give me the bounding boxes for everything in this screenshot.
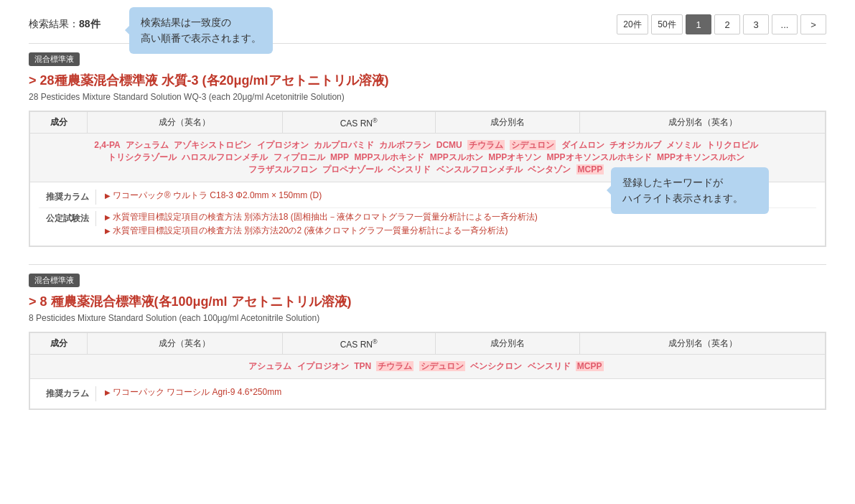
component-line-1: 2,4-PA アシュラム アゾキシストロビン イプロジオン カルプロパミド カル… [37, 139, 818, 151]
col2-header-seibun-betsu: 成分別名 [435, 333, 580, 355]
comp-tricyclaz[interactable]: トリシクラゾール [108, 152, 177, 162]
col-header-seibun-betsu: 成分別名 [435, 112, 580, 134]
page-2-btn[interactable]: 2 [714, 14, 740, 34]
comp-dcmu[interactable]: DCMU [436, 140, 462, 150]
column-label-2: 推奨カラム [39, 386, 96, 401]
comp2-ipro[interactable]: イプロジオン [297, 361, 349, 371]
product-2-extra-info: 推奨カラム ワコーパック ワコーシル Agri-9 4.6*250mm [29, 379, 826, 409]
comp-mesomil[interactable]: メソミル [666, 140, 701, 150]
col-header-seibun-betsu-en: 成分別名（英名） [580, 112, 826, 134]
col2-header-seibun-en: 成分（英名） [88, 333, 283, 355]
comp-fipronil[interactable]: フィプロニル [274, 152, 325, 162]
product-title-2[interactable]: 8 種農薬混合標準液(各100μg/ml アセトニトリル溶液) [29, 293, 826, 310]
comp2-sidur[interactable]: シデュロン [419, 361, 465, 371]
comp-bensulide[interactable]: ベンスリド [388, 164, 431, 174]
page-1-btn[interactable]: 1 [686, 14, 711, 34]
comp-carpo[interactable]: カルプロパミド [314, 140, 374, 150]
column-links-2: ワコーパック ワコーシル Agri-9 4.6*250mm [105, 386, 816, 400]
column-link-2[interactable]: ワコーパック ワコーシル Agri-9 4.6*250mm [105, 386, 816, 398]
comp-mpp-oxon-s[interactable]: MPPオキソンスルホキシド [547, 152, 652, 162]
components-cell-2: アシュラム イプロジオン TPN チウラム シデュロン ベンシクロン ベンスリド… [30, 355, 826, 379]
col-header-seibun: 成分 [30, 112, 88, 134]
page-50-btn[interactable]: 50件 [651, 14, 683, 34]
comp-bensulfuron[interactable]: ベンスルフロンメチル [436, 164, 523, 174]
comp-halosulfuron[interactable]: ハロスルフロンメチル [182, 152, 268, 162]
search-count: 88件 [79, 18, 101, 31]
comp2-mcpp[interactable]: MCPP [576, 361, 604, 371]
comp-mcpp1[interactable]: MCPP [576, 164, 604, 174]
column-label-1: 推奨カラム [39, 190, 96, 205]
comp2-thiuram[interactable]: チウラム [376, 361, 414, 371]
comp2-bensicl[interactable]: ベンシクロン [470, 361, 522, 371]
tooltip-balloon-1: 検索結果は一致度の高い順番で表示されます。 [129, 7, 273, 54]
comp-azoxy[interactable]: アゾキシストロビン [174, 140, 251, 150]
page-20-btn[interactable]: 20件 [617, 14, 648, 34]
product-2-section: 混合標準液 8 種農薬混合標準液(各100μg/ml アセトニトリル溶液) 8 … [29, 274, 826, 410]
comp-mpp-oxon[interactable]: MPPオキソン [488, 152, 541, 162]
product-1-section: 登録したキーワードがハイライト表示されます。 混合標準液 28種農薬混合標準液 … [29, 52, 826, 247]
comp-mpp-oxon-so[interactable]: MPPオキソンスルホン [657, 152, 744, 162]
product-2-table-wrapper: 成分 成分（英名） CAS RN® 成分別名 成分別名（英名） アシュラム イプ… [29, 332, 826, 410]
comp-daimuron[interactable]: ダイムロン [561, 140, 604, 150]
col2-header-seibun-betsu-en: 成分別名（英名） [580, 333, 826, 355]
page-3-btn[interactable]: 3 [743, 14, 769, 34]
page-next-btn[interactable]: > [800, 14, 826, 34]
tooltip1-text: 検索結果は一致度の高い順番で表示されます。 [141, 17, 261, 44]
product-subtitle-2: 8 Pesticides Mixture Standard Solution (… [29, 313, 826, 323]
comp2-bensulide[interactable]: ベンスリド [528, 361, 571, 371]
tooltip2-text: 登録したキーワードがハイライト表示されます。 [622, 177, 743, 204]
col2-header-cas: CAS RN® [282, 333, 435, 355]
comp-ashram[interactable]: アシュラム [126, 140, 169, 150]
method-label-1: 公定試験法 [39, 211, 96, 226]
col-header-cas: CAS RN® [282, 112, 435, 134]
comp-flaza[interactable]: フラザスルフロン [248, 164, 317, 174]
category-badge-1: 混合標準液 [29, 52, 826, 72]
comp2-ashram[interactable]: アシュラム [248, 361, 291, 371]
col-header-seibun-en: 成分（英名） [88, 112, 283, 134]
comp-ipro[interactable]: イプロジオン [257, 140, 309, 150]
section-divider [29, 264, 826, 265]
comp-carbo[interactable]: カルボフラン [379, 140, 431, 150]
method-link-1b[interactable]: 水質管理目標設定項目の検査方法 別添方法20の2 (液体クロマトグラフ一質量分析… [105, 225, 816, 237]
comp-2pa[interactable]: 2,4-PA [94, 140, 120, 150]
comp-mpp-sulf[interactable]: MPPスルホン [430, 152, 483, 162]
component-line-2: トリシクラゾール ハロスルフロンメチル フィプロニル MPP MPPスルホキシド… [37, 151, 818, 164]
comp-propen[interactable]: プロペナゾール [322, 164, 383, 174]
comp2-tpn[interactable]: TPN [354, 361, 371, 371]
category-badge-2: 混合標準液 [29, 274, 826, 293]
comp-thiuram[interactable]: チウラム [467, 140, 505, 150]
pagination: 20件 50件 1 2 3 ... > [617, 14, 826, 34]
component-line-4: アシュラム イプロジオン TPN チウラム シデュロン ベンシクロン ベンスリド… [37, 360, 818, 373]
col2-header-seibun: 成分 [30, 333, 88, 355]
product-subtitle-1: 28 Pesticides Mixture Standard Solution … [29, 92, 826, 102]
comp-bentazon[interactable]: ベンタゾン [528, 164, 571, 174]
components-row-2: アシュラム イプロジオン TPN チウラム シデュロン ベンシクロン ベンスリド… [30, 355, 826, 379]
product-title-1[interactable]: 28種農薬混合標準液 水質-3 (各20μg/mlアセトニトリル溶液) [29, 72, 826, 89]
method-links-1: 水質管理目標設定項目の検査方法 別添方法18 (固相抽出－液体クロマトグラフ一質… [105, 211, 816, 238]
tooltip-balloon-2: 登録したキーワードがハイライト表示されます。 [611, 167, 769, 214]
column-row-2: 推奨カラム ワコーパック ワコーシル Agri-9 4.6*250mm [39, 383, 816, 404]
comp-triclopyr[interactable]: トリクロピル [706, 140, 758, 150]
search-header: 検索結果： 88件 検索結果は一致度の高い順番で表示されます。 20件 50件 … [29, 14, 826, 34]
comp-thio[interactable]: チオジカルブ [609, 140, 661, 150]
components-table-2: 成分 成分（英名） CAS RN® 成分別名 成分別名（英名） アシュラム イプ… [29, 332, 826, 379]
comp-sidur[interactable]: シデュロン [510, 140, 556, 150]
page-ellipsis-btn[interactable]: ... [772, 14, 798, 34]
comp-mpp[interactable]: MPP [330, 152, 349, 162]
search-result-label: 検索結果： [29, 18, 79, 31]
comp-mpp-sulfo[interactable]: MPPスルホキシド [354, 152, 424, 162]
